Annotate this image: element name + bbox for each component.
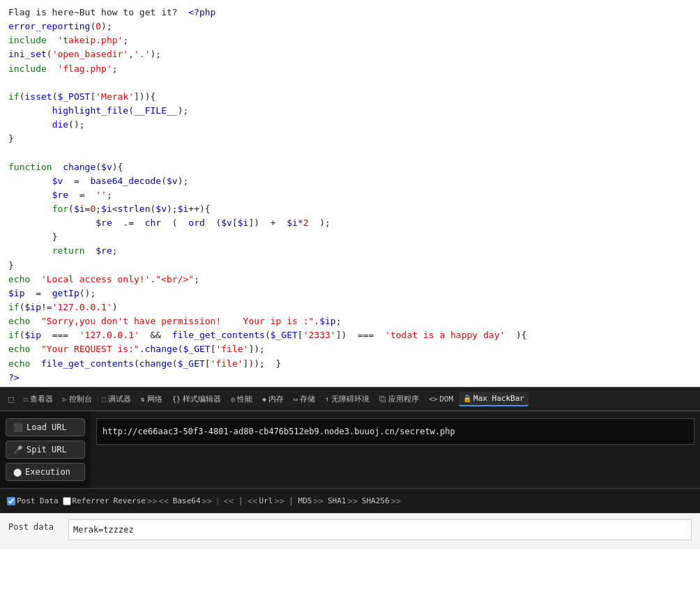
devtools-accessibility[interactable]: ↑ 无障碍环境 — [321, 392, 374, 406]
url-input-area — [91, 411, 700, 488]
url-arrow-left: << — [248, 496, 257, 506]
reverse-arrow-right: >> — [147, 496, 157, 506]
hackbar-toolbar: Post Data Referrer Reverse >> << Base64 … — [0, 488, 700, 513]
application-label: 应用程序 — [388, 394, 419, 404]
devtools-inspector[interactable]: ☐ 查看器 — [20, 392, 57, 406]
performance-label: 性能 — [237, 394, 252, 404]
hackbar: ⬛ Load URL 🎤 Spit URL ⬤ Execution Post D… — [0, 411, 700, 513]
dom-label: DOM — [439, 395, 453, 404]
devtools-storage[interactable]: ▭ 存储 — [289, 392, 319, 406]
postdata-toolbar-label: Post Data — [17, 496, 59, 505]
style-editor-label: 样式编辑器 — [183, 394, 221, 404]
devtools-network[interactable]: ⇅ 网络 — [137, 392, 167, 406]
reverse-arrow-left: << — [158, 496, 168, 506]
load-url-button[interactable]: ⬛ Load URL — [6, 418, 85, 436]
referrer-toolbar-label: Referrer — [73, 496, 109, 505]
execution-button[interactable]: ⬤ Execution — [6, 463, 85, 481]
split-url-label: Spit URL — [26, 445, 67, 454]
inspector-icon: ☐ — [24, 395, 28, 403]
devtools-debugger[interactable]: ⬚ 调试器 — [98, 392, 135, 406]
devtools-style-editor[interactable]: {} 样式编辑器 — [168, 392, 225, 406]
performance-icon: ◎ — [231, 395, 235, 403]
sha256-button[interactable]: SHA256 >> — [362, 496, 401, 506]
storage-label: 存储 — [300, 394, 315, 404]
devtools-dom[interactable]: <> DOM — [425, 392, 457, 406]
base64-label: Base64 — [173, 496, 201, 505]
sha256-label: SHA256 — [362, 496, 390, 505]
devtools-console[interactable]: ▷ 控制台 — [59, 392, 96, 406]
debugger-label: 调试器 — [108, 394, 131, 404]
style-editor-icon: {} — [172, 395, 181, 403]
load-url-label: Load URL — [26, 422, 67, 432]
reverse-label: Reverse — [114, 496, 146, 505]
url-label: Url — [259, 496, 273, 505]
postdata-label: Post data — [8, 519, 57, 532]
devtools-application[interactable]: ⿻ 应用程序 — [375, 392, 423, 406]
devtools-bar: ⬚ ☐ 查看器 ▷ 控制台 ⬚ 调试器 ⇅ 网络 {} 样式编辑器 ◎ 性能 ◈… — [0, 387, 700, 411]
url-arrow-right: >> — [274, 496, 284, 506]
devtools-cursor[interactable]: ⬚ — [4, 392, 18, 406]
split-url-icon: 🎤 — [13, 445, 23, 454]
postdata-input[interactable] — [68, 519, 692, 540]
accessibility-icon: ↑ — [325, 395, 329, 403]
memory-label: 内存 — [268, 394, 284, 404]
devtools-memory[interactable]: ◈ 内存 — [258, 392, 288, 406]
console-icon: ▷ — [63, 395, 67, 403]
base64-button[interactable]: Base64 >> | << — [173, 496, 234, 506]
sha1-arrow: >> — [347, 496, 357, 506]
execution-icon: ⬤ — [13, 468, 22, 477]
console-label: 控制台 — [69, 394, 92, 404]
hackbar-buttons: ⬛ Load URL 🎤 Spit URL ⬤ Execution — [0, 411, 91, 488]
code-area: Flag is here~But how to get it? <?php er… — [0, 0, 700, 387]
sha1-button[interactable]: SHA1 >> — [328, 496, 358, 506]
dom-icon: <> — [429, 395, 437, 403]
storage-icon: ▭ — [294, 395, 298, 403]
code-content: Flag is here~But how to get it? <?php er… — [8, 6, 692, 387]
network-label: 网络 — [147, 394, 162, 404]
referrer-checkbox[interactable] — [63, 497, 71, 505]
toolbar-pipe2: | — [289, 496, 294, 506]
execution-label: Execution — [25, 467, 70, 477]
hackbar-top: ⬛ Load URL 🎤 Spit URL ⬤ Execution — [0, 411, 700, 488]
accessibility-label: 无障碍环境 — [331, 394, 370, 404]
md5-arrow: >> — [313, 496, 323, 506]
md5-button[interactable]: MD5 >> — [298, 496, 324, 506]
network-icon: ⇅ — [141, 395, 145, 403]
split-url-button[interactable]: 🎤 Spit URL — [6, 441, 85, 459]
base64-arrow-right: >> — [202, 496, 212, 506]
load-url-icon: ⬛ — [13, 423, 23, 432]
hackbar-tab-label: Max HackBar — [473, 394, 524, 403]
inspector-label: 查看器 — [30, 394, 53, 404]
toolbar-pipe1: | — [238, 496, 243, 506]
referrer-toggle[interactable]: Referrer — [63, 496, 109, 505]
base64-sep: | — [215, 496, 220, 505]
debugger-icon: ⬚ — [102, 395, 106, 403]
postdata-area: Post data — [0, 513, 700, 549]
lock-icon: 🔒 — [463, 395, 471, 402]
application-icon: ⿻ — [379, 395, 386, 403]
devtools-hackbar-tab[interactable]: 🔒 Max HackBar — [459, 392, 528, 406]
postdata-checkbox[interactable] — [7, 497, 15, 505]
base64-arrow-left: << — [224, 496, 234, 506]
devtools-performance[interactable]: ◎ 性能 — [227, 392, 257, 406]
url-input[interactable] — [96, 418, 694, 445]
url-encode-button[interactable]: << Url >> — [248, 496, 284, 506]
memory-icon: ◈ — [262, 395, 266, 403]
md5-label: MD5 — [298, 496, 312, 505]
postdata-toggle[interactable]: Post Data — [7, 496, 59, 505]
reverse-button[interactable]: Reverse >> << — [114, 496, 169, 506]
sha1-label: SHA1 — [328, 496, 347, 505]
sha256-arrow: >> — [391, 496, 401, 506]
